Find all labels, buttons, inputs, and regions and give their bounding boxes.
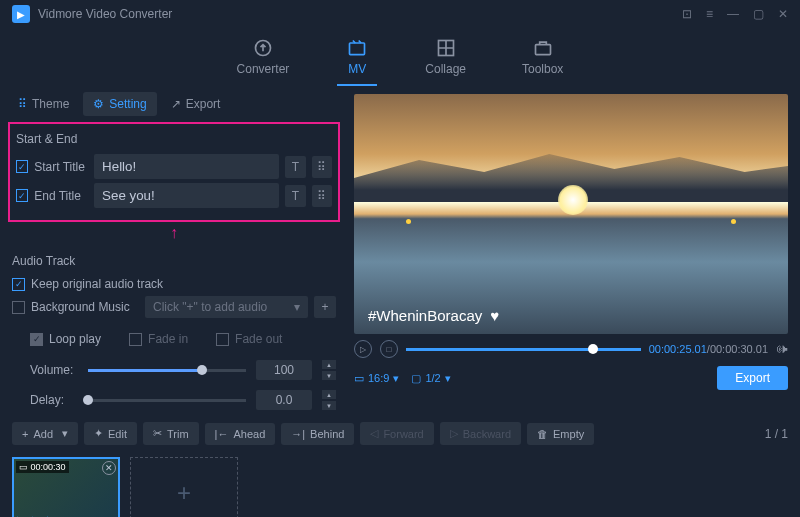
text-style-button[interactable]: T bbox=[285, 185, 305, 207]
backward-button[interactable]: ▷Backward bbox=[440, 422, 521, 445]
loop-label: Loop play bbox=[49, 332, 101, 346]
time-display: 00:00:25.01/00:00:30.01 bbox=[649, 343, 768, 355]
annotation-arrow-icon: ↑ bbox=[8, 224, 340, 242]
trim-button[interactable]: ✂Trim bbox=[143, 422, 199, 445]
video-preview: #WheninBoracay♥ bbox=[354, 94, 788, 334]
text-style-button[interactable]: T bbox=[285, 156, 305, 178]
keep-audio-label: Keep original audio track bbox=[31, 277, 163, 291]
progress-bar[interactable] bbox=[406, 348, 641, 351]
volume-value[interactable]: 100 bbox=[256, 360, 312, 380]
bg-music-dropdown[interactable]: Click "+" to add audio▾ bbox=[145, 296, 308, 318]
export-icon: ↗ bbox=[171, 97, 181, 111]
svg-rect-3 bbox=[535, 45, 550, 55]
fadeout-label: Fade out bbox=[235, 332, 282, 346]
collage-icon bbox=[434, 38, 458, 58]
trash-icon: 🗑 bbox=[537, 428, 548, 440]
add-button[interactable]: +Add▾ bbox=[12, 422, 78, 445]
chevron-down-icon: ▾ bbox=[62, 427, 68, 440]
menu-icon[interactable]: ≡ bbox=[706, 7, 713, 21]
volume-down-button[interactable]: ▼ bbox=[322, 371, 336, 380]
start-title-checkbox[interactable]: ✓ bbox=[16, 160, 28, 173]
delay-value[interactable]: 0.0 bbox=[256, 390, 312, 410]
tab-mv[interactable]: MV bbox=[337, 34, 377, 86]
start-title-label: Start Title bbox=[34, 160, 88, 174]
export-button[interactable]: Export bbox=[717, 366, 788, 390]
titlebar: ▶ Vidmore Video Converter ⊡ ≡ — ▢ ✕ bbox=[0, 0, 800, 28]
overlay-caption: #WheninBoracay♥ bbox=[368, 307, 499, 324]
edit-button[interactable]: ✦Edit bbox=[84, 422, 137, 445]
stop-button[interactable]: □ bbox=[380, 340, 398, 358]
clip-remove-button[interactable]: ✕ bbox=[102, 461, 116, 475]
start-title-input[interactable] bbox=[94, 154, 279, 179]
section-title: Start & End bbox=[16, 128, 332, 150]
volume-up-button[interactable]: ▲ bbox=[322, 360, 336, 369]
app-title: Vidmore Video Converter bbox=[38, 7, 682, 21]
delay-slider[interactable] bbox=[88, 399, 246, 402]
app-logo-icon: ▶ bbox=[12, 5, 30, 23]
add-clip-button[interactable]: + bbox=[130, 457, 238, 517]
add-audio-button[interactable]: + bbox=[314, 296, 336, 318]
bg-music-label: Background Music bbox=[31, 300, 139, 314]
tab-collage[interactable]: Collage bbox=[417, 34, 474, 86]
feedback-icon[interactable]: ⊡ bbox=[682, 7, 692, 21]
fadein-checkbox[interactable]: ✓ bbox=[129, 333, 142, 346]
volume-slider[interactable] bbox=[88, 369, 246, 372]
clips-row: ▭ 00:00:30 ✕ ▷ 🕨 ✦ ✂ + bbox=[0, 451, 800, 517]
main-tabs: Converter MV Collage Toolbox bbox=[0, 28, 800, 86]
end-title-input[interactable] bbox=[94, 183, 279, 208]
forward-icon: ◁ bbox=[370, 427, 378, 440]
bottom-toolbar: +Add▾ ✦Edit ✂Trim |←Ahead →|Behind ◁Forw… bbox=[0, 416, 800, 451]
tab-toolbox[interactable]: Toolbox bbox=[514, 34, 571, 86]
close-icon[interactable]: ✕ bbox=[778, 7, 788, 21]
delay-up-button[interactable]: ▲ bbox=[322, 390, 336, 399]
behind-icon: →| bbox=[291, 428, 305, 440]
theme-icon: ⠿ bbox=[18, 97, 27, 111]
fadein-label: Fade in bbox=[148, 332, 188, 346]
section-title: Audio Track bbox=[12, 250, 336, 272]
zoom-dropdown[interactable]: ▢1/2▾ bbox=[411, 372, 450, 385]
end-title-checkbox[interactable]: ✓ bbox=[16, 189, 28, 202]
scissors-icon: ✂ bbox=[153, 427, 162, 440]
clip-thumbnail[interactable]: ▭ 00:00:30 ✕ ▷ 🕨 ✦ ✂ bbox=[12, 457, 120, 517]
volume-label: Volume: bbox=[30, 363, 78, 377]
end-title-label: End Title bbox=[34, 189, 88, 203]
delay-down-button[interactable]: ▼ bbox=[322, 401, 336, 410]
forward-button[interactable]: ◁Forward bbox=[360, 422, 433, 445]
delay-label: Delay: bbox=[30, 393, 78, 407]
bg-music-checkbox[interactable]: ✓ bbox=[12, 301, 25, 314]
color-picker-button[interactable]: ⠿ bbox=[312, 185, 332, 207]
backward-icon: ▷ bbox=[450, 427, 458, 440]
ahead-button[interactable]: |←Ahead bbox=[205, 423, 276, 445]
play-button[interactable]: ▷ bbox=[354, 340, 372, 358]
zoom-icon: ▢ bbox=[411, 372, 421, 385]
loop-checkbox[interactable]: ✓ bbox=[30, 333, 43, 346]
gear-icon: ⚙ bbox=[93, 97, 104, 111]
keep-audio-checkbox[interactable]: ✓ bbox=[12, 278, 25, 291]
chevron-down-icon: ▾ bbox=[393, 372, 399, 385]
plus-icon: + bbox=[22, 428, 28, 440]
empty-button[interactable]: 🗑Empty bbox=[527, 423, 594, 445]
aspect-icon: ▭ bbox=[354, 372, 364, 385]
subtab-export[interactable]: ↗Export bbox=[161, 92, 231, 116]
minimize-icon[interactable]: — bbox=[727, 7, 739, 21]
heart-icon: ♥ bbox=[490, 307, 499, 324]
chevron-down-icon: ▾ bbox=[294, 300, 300, 314]
volume-icon[interactable]: 🕪 bbox=[776, 342, 788, 356]
aspect-ratio-dropdown[interactable]: ▭16:9▾ bbox=[354, 372, 399, 385]
converter-icon bbox=[251, 38, 275, 58]
settings-panel: ⠿Theme ⚙Setting ↗Export Start & End ✓ St… bbox=[0, 86, 348, 416]
subtab-theme[interactable]: ⠿Theme bbox=[8, 92, 79, 116]
tab-converter[interactable]: Converter bbox=[229, 34, 298, 86]
start-end-section: Start & End ✓ Start Title T ⠿ ✓ End Titl… bbox=[8, 122, 340, 222]
toolbox-icon bbox=[531, 38, 555, 58]
clip-duration: ▭ 00:00:30 bbox=[16, 461, 69, 473]
preview-panel: #WheninBoracay♥ ▷ □ 00:00:25.01/00:00:30… bbox=[348, 86, 800, 416]
color-picker-button[interactable]: ⠿ bbox=[312, 156, 332, 178]
fadeout-checkbox[interactable]: ✓ bbox=[216, 333, 229, 346]
maximize-icon[interactable]: ▢ bbox=[753, 7, 764, 21]
wand-icon: ✦ bbox=[94, 427, 103, 440]
subtab-setting[interactable]: ⚙Setting bbox=[83, 92, 156, 116]
behind-button[interactable]: →|Behind bbox=[281, 423, 354, 445]
mv-icon bbox=[345, 38, 369, 58]
chevron-down-icon: ▾ bbox=[445, 372, 451, 385]
